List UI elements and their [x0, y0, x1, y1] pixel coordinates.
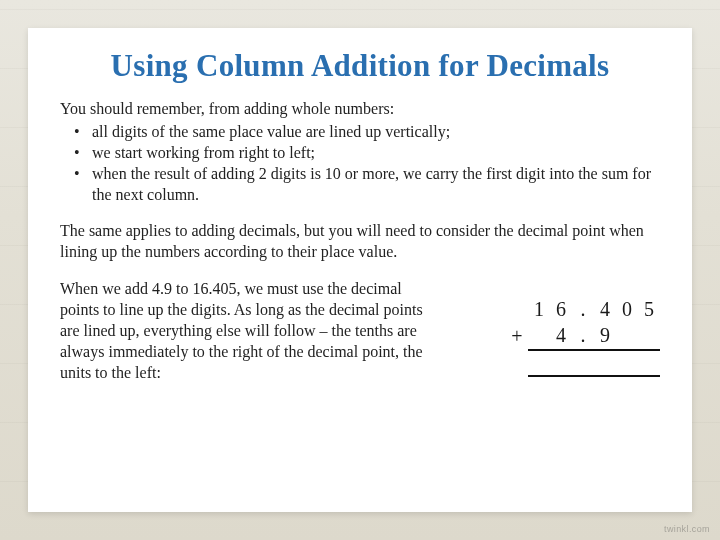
list-item: we start working from right to left;	[80, 142, 660, 163]
digit-cell	[638, 322, 660, 349]
digit-cell: 1	[528, 296, 550, 322]
digit-cell	[528, 322, 550, 349]
digit-cell: 4	[550, 322, 572, 349]
list-item: when the result of adding 2 digits is 10…	[80, 163, 660, 205]
digit-cell: 4	[594, 296, 616, 322]
column-addition-table: 1 6 . 4 0 5 + 4 . 9	[506, 296, 660, 401]
body-text: You should remember, from adding whole n…	[60, 98, 660, 401]
digit-cell: 0	[616, 296, 638, 322]
digit-cell: 5	[638, 296, 660, 322]
operator-cell: +	[506, 322, 528, 349]
digit-cell: 9	[594, 322, 616, 349]
watermark: twinkl.com	[664, 524, 710, 534]
content-card: Using Column Addition for Decimals You s…	[28, 28, 692, 512]
example-row: When we add 4.9 to 16.405, we must use t…	[60, 278, 660, 401]
decimal-point-cell: .	[572, 296, 594, 322]
addend-row-1: 1 6 . 4 0 5	[506, 296, 660, 322]
decimal-point-cell: .	[572, 322, 594, 349]
list-item: all digits of the same place value are l…	[80, 121, 660, 142]
sum-rule-top	[506, 350, 660, 376]
sum-rule-bottom	[506, 376, 660, 401]
paragraph-1: The same applies to adding decimals, but…	[60, 220, 660, 262]
digit-cell	[616, 322, 638, 349]
slide-background: Using Column Addition for Decimals You s…	[0, 0, 720, 540]
slide-title: Using Column Addition for Decimals	[60, 48, 660, 84]
addend-row-2: + 4 . 9	[506, 322, 660, 349]
intro-line: You should remember, from adding whole n…	[60, 98, 660, 119]
digit-cell: 6	[550, 296, 572, 322]
paragraph-2: When we add 4.9 to 16.405, we must use t…	[60, 278, 436, 384]
column-addition: 1 6 . 4 0 5 + 4 . 9	[460, 278, 660, 401]
operator-cell	[506, 296, 528, 322]
bullet-list: all digits of the same place value are l…	[60, 121, 660, 205]
